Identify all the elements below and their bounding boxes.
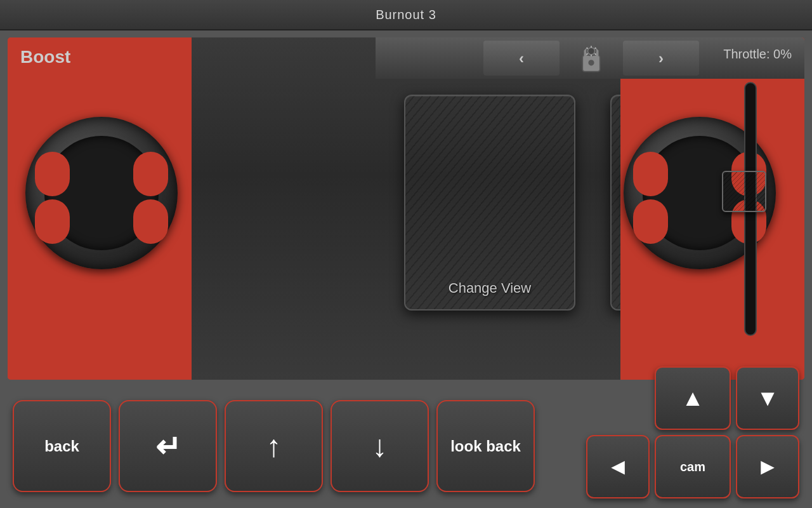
game-area: Boost Throttle: 0% ‹ — [6, 36, 806, 382]
change-view-button[interactable]: Change View — [404, 95, 575, 311]
cam-button[interactable]: cam — [655, 435, 731, 498]
dpad-right-icon: ► — [756, 453, 779, 480]
wheel-outer — [25, 117, 178, 269]
boost-label: Boost — [20, 47, 70, 67]
back-button[interactable]: back — [13, 400, 111, 492]
bottom-bar: back ↵ ↑ ↓ look back ▲ ▼ ◄ cam ► — [0, 384, 812, 508]
nav-right-button[interactable]: › — [623, 41, 699, 76]
center-panel: ‹ › — [192, 37, 623, 380]
spoke-hole — [633, 152, 668, 196]
enter-icon: ↵ — [155, 429, 181, 464]
wheel-right — [620, 37, 804, 380]
throttle-label: Throttle: 0% — [723, 47, 792, 62]
up-icon: ↑ — [266, 429, 282, 464]
change-view-label: Change View — [449, 280, 531, 297]
spoke-hole — [133, 199, 168, 244]
nav-left-button[interactable]: ‹ — [483, 41, 560, 76]
svg-point-3 — [588, 48, 594, 54]
dpad-empty-tl — [586, 366, 650, 430]
steering-wheel[interactable] — [25, 98, 178, 320]
lock-icon — [575, 41, 607, 76]
spoke-hole — [633, 199, 668, 244]
enter-button[interactable]: ↵ — [119, 400, 217, 492]
dpad-up-button[interactable]: ▲ — [655, 366, 731, 430]
spoke-hole — [35, 152, 70, 196]
look-back-button[interactable]: look back — [436, 400, 535, 492]
dpad-down-button[interactable]: ▼ — [736, 366, 799, 430]
lock-icon-container — [566, 41, 617, 76]
wheel-left — [8, 37, 195, 380]
app-title: Burnout 3 — [376, 8, 436, 22]
dpad-left-button[interactable]: ◄ — [586, 435, 650, 498]
cam-label: cam — [680, 460, 705, 474]
dpad-left-icon: ◄ — [606, 453, 629, 480]
nav-right-icon: › — [658, 50, 664, 67]
down-button[interactable]: ↓ — [331, 400, 429, 492]
up-button[interactable]: ↑ — [225, 400, 323, 492]
back-label: back — [44, 438, 79, 455]
nav-left-icon: ‹ — [519, 50, 524, 67]
down-icon: ↓ — [372, 429, 388, 464]
svg-point-1 — [588, 60, 594, 65]
spoke-hole — [35, 199, 70, 244]
spoke-hole — [133, 152, 168, 196]
look-back-label: look back — [450, 438, 521, 455]
dpad-up-icon: ▲ — [681, 385, 704, 411]
dpad-area: ▲ ▼ ◄ cam ► — [586, 366, 799, 498]
throttle-slider[interactable] — [731, 76, 769, 361]
throttle-handle[interactable] — [722, 171, 766, 212]
dpad-right-button[interactable]: ► — [736, 435, 799, 498]
dpad-down-icon: ▼ — [756, 385, 779, 411]
title-bar: Burnout 3 — [0, 0, 812, 30]
